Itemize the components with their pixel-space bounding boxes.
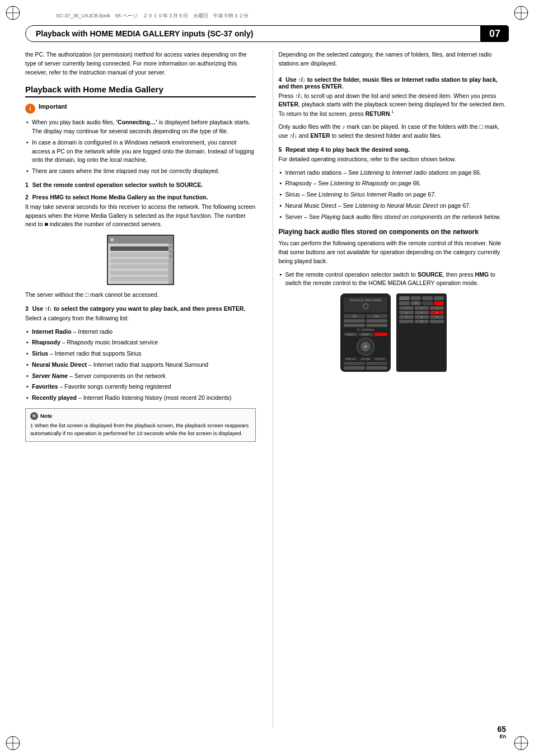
note-box: N Note 1 When the list screen is display… xyxy=(25,408,256,442)
cat-rhapsody: Rhapsody – Rhapsody music broadcast serv… xyxy=(25,338,256,347)
header-title-box: Playback with HOME MEDIA GALLERY inputs … xyxy=(25,25,481,42)
note-text: 1 When the list screen is displayed from… xyxy=(30,422,249,436)
screen-sidebar xyxy=(168,244,173,284)
corner-mark-tr xyxy=(513,4,530,21)
corner-mark-tl xyxy=(4,4,21,21)
step4-heading: 4 Use ↑/↓ to select the folder, music fi… xyxy=(279,76,509,90)
header-title: Playback with HOME MEDIA GALLERY inputs … xyxy=(36,29,253,38)
bullet-rhapsody: Rhapsody – See Listening to Rhapsody on … xyxy=(279,179,509,188)
step5-heading: 5 Repeat step 4 to play back the desired… xyxy=(279,146,509,153)
screen-container xyxy=(25,235,256,285)
cat-sirius: Sirius – Internet radio that supports Si… xyxy=(25,349,256,358)
bullet-sirius: Sirius – See Listening to Sirius Interne… xyxy=(279,190,509,199)
bullet-connecting: When you play back audio files, 'Connect… xyxy=(25,118,256,136)
note-header: N Note xyxy=(30,412,251,420)
step3-body: Select a category from the following lis… xyxy=(25,314,256,323)
note-icon: N xyxy=(30,412,38,420)
header-bar: Playback with HOME MEDIA GALLERY inputs … xyxy=(25,25,509,42)
important-box: i Important xyxy=(25,103,256,114)
cat-favorites: Favorites – Favorite songs currently bei… xyxy=(25,382,256,391)
bullet-elapsed: There are cases where the time elapsed m… xyxy=(25,167,256,176)
corner-mark-br xyxy=(513,735,530,752)
screen-indicator xyxy=(110,238,114,241)
step4-note: Only audio files with the ♪ mark can be … xyxy=(279,123,509,141)
remote-container: SOURCE DECODER CH VOL TV CONTROL xyxy=(279,293,509,372)
screen-side-mark-2 xyxy=(170,250,172,253)
screen-row-2 xyxy=(110,253,171,257)
subsection-body: You can perform the following operations… xyxy=(279,239,509,265)
bullet-internet-radio: Internet radio stations – See Listening … xyxy=(279,169,509,178)
step2-body: It may take several seconds for this rec… xyxy=(25,203,256,229)
subsection-title: Playing back audio files stored on compo… xyxy=(279,228,509,236)
step4-body: Press ↑/↓ to scroll up and down the list… xyxy=(279,92,509,119)
step2-heading: 2 Press HMG to select Home Media Gallery… xyxy=(25,194,256,200)
step3-heading: 3 Use ↑/↓ to select the category you wan… xyxy=(25,305,256,312)
note-label: Note xyxy=(40,412,52,420)
right-column: Depending on the selected category, the … xyxy=(273,50,509,728)
screen-note: The server without the □ mark cannot be … xyxy=(25,291,256,300)
screen-row-1 xyxy=(110,246,171,251)
cat-server: Server Name – Server components on the n… xyxy=(25,372,256,381)
screen-row-5 xyxy=(110,270,171,275)
screen-top-bar xyxy=(108,236,173,244)
left-column: the PC. The authorization (or permission… xyxy=(25,50,261,728)
right-intro: Depending on the selected category, the … xyxy=(279,50,509,68)
remote-right-panel: 1 2 3 4 5 6 7 8 9 0 xyxy=(396,293,447,372)
bullet-source: Set the remote control operation selecto… xyxy=(279,270,509,288)
important-bullets: When you play back audio files, 'Connect… xyxy=(25,118,256,176)
bullet-neural: Neural Music Direct – See Listening to N… xyxy=(279,202,509,211)
screen-rows xyxy=(108,244,173,284)
step1-heading: 1 Set the remote control operation selec… xyxy=(25,181,256,188)
cat-neural: Neural Music Direct – Internet radio tha… xyxy=(25,361,256,370)
screen-row-4 xyxy=(110,264,171,269)
section-title: Playback with Home Media Gallery xyxy=(25,85,256,97)
subsection-bullets: Set the remote control operation selecto… xyxy=(279,270,509,288)
page-en: En xyxy=(497,734,506,739)
main-content: the PC. The authorization (or permission… xyxy=(25,50,509,728)
step5-bullets: Internet radio stations – See Listening … xyxy=(279,169,509,222)
remote-left: SOURCE DECODER CH VOL TV CONTROL xyxy=(340,293,391,372)
cat-recently: Recently played – Internet Radio listeni… xyxy=(25,394,256,403)
screen-row-3 xyxy=(110,259,171,263)
header-chapter: 07 xyxy=(481,25,509,42)
screen-row-6 xyxy=(110,277,171,281)
page-number: 65 En xyxy=(497,725,506,739)
important-label: Important xyxy=(39,103,67,110)
screen-side-mark-1 xyxy=(170,246,172,248)
category-list: Internet Radio – Internet radio Rhapsody… xyxy=(25,328,256,403)
bullet-domain: In case a domain is configured in a Wind… xyxy=(25,138,256,165)
screen-side-mark-3 xyxy=(170,255,172,257)
important-icon: i xyxy=(25,104,35,114)
intro-text: the PC. The authorization (or permission… xyxy=(25,50,256,77)
cat-internet-radio: Internet Radio – Internet radio xyxy=(25,328,256,337)
screen-image xyxy=(107,235,174,285)
corner-mark-bl xyxy=(4,735,21,752)
print-info: SC-37_35_UXJCB.book 65 ページ ２０１０年３月９日 火曜日… xyxy=(56,12,249,20)
step5-body: For detailed operating instructions, ref… xyxy=(279,155,509,164)
bullet-server: Server – See Playing back audio files st… xyxy=(279,213,509,222)
